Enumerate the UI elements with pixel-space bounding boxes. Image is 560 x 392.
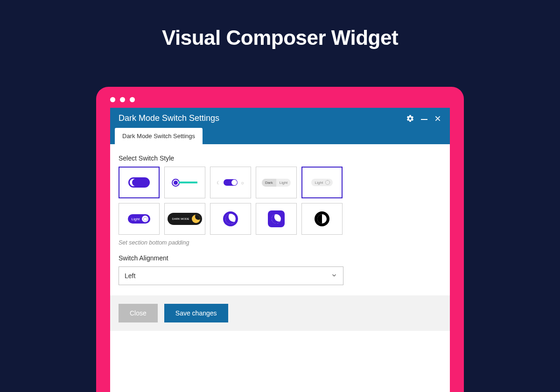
light-pill-icon: Light	[311, 179, 333, 186]
dark-mode-pill-icon: DARK MODE	[168, 213, 202, 225]
switch-style-option-1[interactable]	[119, 167, 160, 198]
switch-style-option-4[interactable]: DarkLight	[256, 167, 297, 198]
modal-title: Dark Mode Switch Settings	[119, 113, 219, 123]
contrast-circle-icon	[315, 211, 329, 226]
window-dot-icon	[130, 97, 135, 102]
browser-frame: Dark Mode Switch Settings Dark Mode Swit…	[96, 87, 464, 392]
modal-body: Select Switch Style ☾☼ DarkLight	[110, 144, 450, 285]
browser-viewport: Dark Mode Switch Settings Dark Mode Swit…	[110, 108, 450, 392]
style-row-1: ☾☼ DarkLight Light	[119, 167, 441, 198]
style-field-label: Select Switch Style	[119, 154, 441, 162]
close-button[interactable]: Close	[119, 304, 158, 322]
tab-settings[interactable]: Dark Mode Switch Settings	[115, 128, 203, 144]
modal-header: Dark Mode Switch Settings Dark Mode Swit…	[110, 108, 450, 144]
close-icon[interactable]	[434, 115, 441, 122]
light-purple-pill-icon: Light	[128, 214, 150, 224]
alignment-select[interactable]: Left	[119, 266, 343, 285]
switch-style-option-7[interactable]: DARK MODE	[164, 203, 205, 235]
style-field-hint: Set section bottom padding	[119, 239, 441, 246]
toggle-with-icons: ☾☼	[217, 179, 245, 186]
alignment-field-label: Switch Alignment	[119, 254, 441, 262]
slider-icon	[173, 180, 197, 186]
style-row-2: Light DARK MODE	[119, 203, 441, 235]
switch-style-option-9[interactable]	[256, 203, 297, 235]
segmented-dark-light: DarkLight	[262, 179, 291, 187]
window-dot-icon	[120, 97, 125, 102]
page-title: Visual Composer Widget	[0, 26, 560, 49]
modal-tabs: Dark Mode Switch Settings	[110, 128, 450, 144]
minimize-icon[interactable]	[421, 114, 427, 123]
gear-icon[interactable]	[406, 114, 414, 123]
window-controls	[96, 87, 464, 108]
window-dot-icon	[110, 97, 115, 102]
alignment-value: Left	[125, 272, 135, 280]
switch-style-option-8[interactable]	[210, 203, 251, 235]
switch-style-option-10[interactable]	[301, 203, 343, 235]
switch-style-option-5[interactable]: Light	[301, 167, 343, 198]
switch-style-option-3[interactable]: ☾☼	[210, 167, 251, 198]
moon-circle-icon	[223, 211, 238, 226]
save-button[interactable]: Save changes	[164, 304, 228, 322]
modal-footer: Close Save changes	[110, 295, 450, 331]
chevron-down-icon	[331, 272, 337, 280]
toggle-pill-icon	[128, 177, 150, 188]
moon-square-icon	[268, 210, 285, 227]
settings-modal: Dark Mode Switch Settings Dark Mode Swit…	[110, 108, 450, 331]
switch-style-option-2[interactable]	[164, 167, 205, 198]
switch-style-option-6[interactable]: Light	[119, 203, 160, 235]
